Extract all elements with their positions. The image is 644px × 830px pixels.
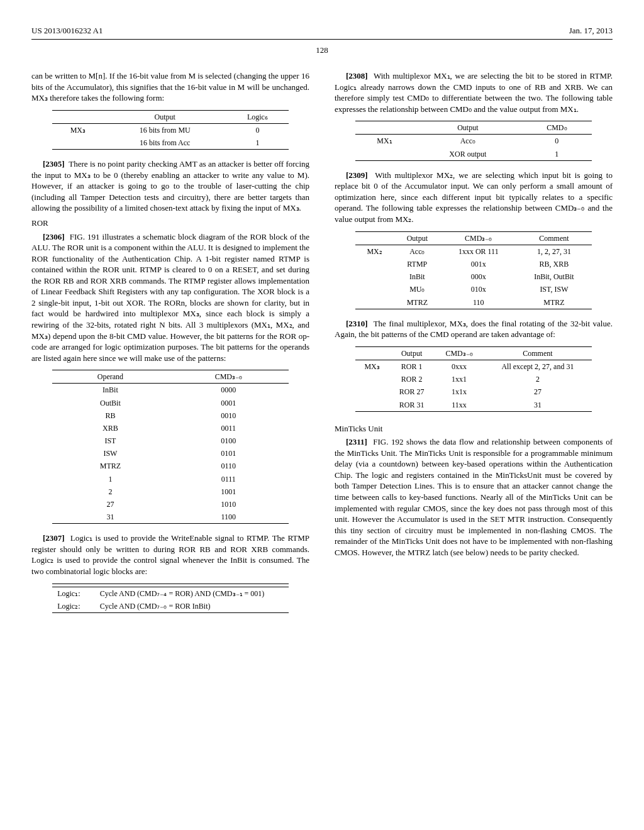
td: MX₂	[355, 245, 394, 258]
para-num: [2307]	[43, 533, 65, 543]
td: 000x	[441, 270, 516, 283]
td: 1	[226, 136, 289, 150]
td: 0011	[169, 422, 289, 434]
td: InBit	[52, 384, 169, 397]
td: XRB	[52, 422, 169, 434]
th: CMD₃₋₀	[169, 370, 289, 384]
td: 0110	[169, 460, 289, 472]
publication-id: US 2013/0016232 A1	[31, 25, 103, 36]
para-num: [2311]	[346, 437, 367, 446]
td: 27	[484, 385, 592, 398]
td: 001x	[441, 258, 516, 270]
th: CMD₃₋₀	[435, 346, 484, 360]
td	[355, 283, 394, 296]
publication-date: Jan. 17, 2013	[569, 25, 613, 36]
th	[52, 110, 103, 123]
th: CMD₀	[522, 121, 592, 135]
td	[355, 296, 394, 309]
para-2309: [2309] With multiplexor MX₂, we are sele…	[335, 170, 613, 225]
td: 2	[52, 485, 169, 498]
td	[355, 385, 389, 398]
td: ROR 1	[389, 360, 435, 373]
para-text: With multiplexor MX₂, we are selecting w…	[335, 170, 613, 224]
para-text: With multiplexor MX₁, we are selecting t…	[335, 71, 613, 114]
td	[355, 148, 414, 161]
th: Operand	[52, 370, 169, 384]
para-2305: [2305] There is no point parity checking…	[31, 158, 309, 214]
td: MTRZ	[516, 296, 592, 309]
table-mx2: Output CMD₃₋₀ Comment MX₂Acc₀1xxx OR 111…	[355, 231, 592, 309]
th: Output	[394, 231, 441, 245]
td: Logic₂:	[52, 600, 95, 613]
td: 0010	[169, 409, 289, 422]
td: IST	[52, 434, 169, 447]
para-num: [2308]	[346, 71, 368, 80]
td: 2	[484, 373, 592, 385]
para-2310: [2310] The final multiplexor, MX₃, does …	[335, 318, 613, 340]
para-text: FIG. 191 illustrates a schematic block d…	[31, 232, 309, 363]
td: ROR 27	[389, 385, 435, 398]
right-column: [2308] With multiplexor MX₁, we are sele…	[335, 70, 613, 622]
td: 11xx	[435, 399, 484, 412]
page-header: US 2013/0016232 A1 Jan. 17, 2013	[31, 25, 613, 40]
para-2307: [2307] Logic₁ is used to provide the Wri…	[31, 533, 309, 577]
td: MX₁	[355, 135, 414, 148]
th: Output	[103, 110, 226, 123]
page-number: 128	[31, 45, 613, 56]
td: InBit, OutBit	[516, 270, 592, 283]
td: MX₃	[355, 360, 389, 373]
td: MTRZ	[394, 296, 441, 309]
td: InBit	[394, 270, 441, 283]
para-2306: [2306] FIG. 191 illustrates a schematic …	[31, 231, 309, 364]
td	[355, 258, 394, 270]
td: 0111	[169, 473, 289, 485]
para-text: The final multiplexor, MX₃, does the fin…	[335, 319, 613, 340]
th: Output	[414, 121, 522, 135]
table-operand: Operand CMD₃₋₀ InBit0000 OutBit0001 RB00…	[52, 370, 289, 524]
td: 16 bits from Acc	[103, 136, 226, 150]
td: 1, 2, 27, 31	[516, 245, 592, 258]
table-mx3-left: Output Logic₆ MX₃ 16 bits from MU 0 16 b…	[52, 110, 289, 150]
td: MTRZ	[52, 460, 169, 472]
td: 1001	[169, 485, 289, 498]
td: 1	[522, 148, 592, 161]
td: 0100	[169, 434, 289, 447]
section-minticks: MinTicks Unit	[335, 423, 613, 434]
para-num: [2306]	[43, 232, 65, 241]
td: 0	[226, 123, 289, 136]
td: All except 2, 27, and 31	[484, 360, 592, 373]
td: Logic₁:	[52, 587, 95, 600]
th: Logic₆	[226, 110, 289, 123]
td: 1100	[169, 511, 289, 524]
td: ROR 31	[389, 399, 435, 412]
td: 110	[441, 296, 516, 309]
td: 1010	[169, 498, 289, 511]
td: RB, XRB	[516, 258, 592, 270]
para-text: Logic₁ is used to provide the WriteEnabl…	[31, 533, 309, 576]
left-column: can be written to M[n]. If the 16-bit va…	[31, 70, 309, 622]
td: RTMP	[394, 258, 441, 270]
td: 0000	[169, 384, 289, 397]
td	[52, 136, 103, 150]
td	[355, 373, 389, 385]
td: MX₃	[52, 123, 103, 136]
th	[355, 121, 414, 135]
td: 0001	[169, 397, 289, 409]
td: ROR 2	[389, 373, 435, 385]
td: RB	[52, 409, 169, 422]
td: 0	[522, 135, 592, 148]
td: Acc₀	[394, 245, 441, 258]
td: 0101	[169, 447, 289, 460]
th: Comment	[516, 231, 592, 245]
td: 1	[52, 473, 169, 485]
td: 1x1x	[435, 385, 484, 398]
para-num: [2309]	[346, 170, 368, 180]
td: 010x	[441, 283, 516, 296]
table-mx1: Output CMD₀ MX₁ Acc₀ 0 XOR output 1	[355, 121, 592, 161]
td: 31	[52, 511, 169, 524]
section-ror: ROR	[31, 218, 309, 229]
td: Cycle AND (CMD₇₋₀ = ROR InBit)	[95, 600, 289, 613]
td: 16 bits from MU	[103, 123, 226, 136]
td: ISW	[52, 447, 169, 460]
th: CMD₃₋₀	[441, 231, 516, 245]
